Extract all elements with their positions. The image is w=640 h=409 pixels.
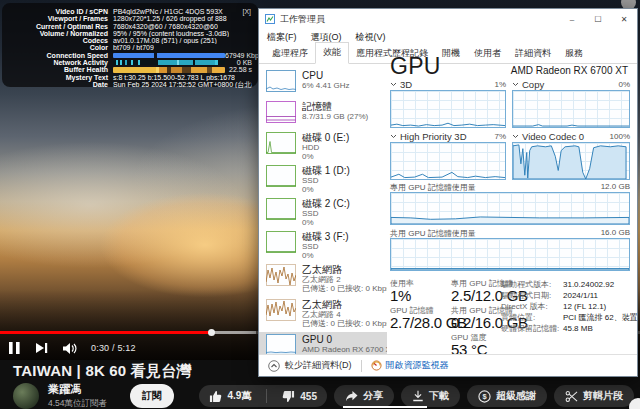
performance-sidebar: CPU6% 4.41 GHz 記憶體8.7/31.9 GB (27%) 磁碟 0… [259, 64, 387, 356]
scroll-button-partial[interactable] [629, 398, 640, 409]
fewer-details-label: 較少詳細資料(D) [285, 359, 352, 372]
sidebar-sub: 0% [302, 152, 349, 161]
disk-sparkline [266, 165, 296, 187]
graph-3d [390, 90, 506, 128]
sidebar-label: 記憶體 [302, 101, 368, 112]
video-title: TAIWAN | 8K 60 看見台灣 [13, 362, 192, 381]
graph-copy [512, 90, 630, 128]
svg-text:$: $ [482, 392, 487, 401]
sidebar-sub: 8.7/31.9 GB (27%) [302, 112, 368, 121]
tab-processes[interactable]: 處理程序 [265, 44, 315, 64]
network-activity-bar [113, 60, 225, 66]
gpu-sparkline [266, 334, 296, 356]
sidebar-sub: 已傳送: 0 已接收: 0 Kbps [302, 284, 387, 293]
progress-played [0, 331, 211, 334]
sidebar-item-gpu0[interactable]: GPU 0AMD Radeon RX 6700 XT1% (53 °C) [259, 332, 387, 356]
sidebar-item-cpu[interactable]: CPU6% 4.41 GHz [259, 68, 387, 97]
chevron-down-icon[interactable] [512, 82, 519, 87]
tab-bar: 處理程序 效能 應用程式歷程記錄 開機 使用者 詳細資料 服務 [259, 45, 637, 64]
graph-title: 3D [400, 79, 412, 90]
volume-icon[interactable] [62, 342, 77, 355]
sidebar-sub: SSD [302, 209, 350, 218]
next-button[interactable] [35, 342, 48, 354]
sidebar-item-ethernet2[interactable]: 乙太網路乙太網路 2已傳送: 0 已接收: 0 Kbps [259, 262, 387, 295]
share-icon [345, 390, 358, 402]
memory-sparkline [266, 101, 296, 123]
tab-details[interactable]: 詳細資料 [508, 44, 558, 64]
clip-label: 剪輯片段 [583, 389, 623, 403]
graph-value: 7% [494, 132, 506, 141]
clip-button[interactable]: 剪輯片段 [554, 385, 634, 407]
sidebar-item-disk2[interactable]: 磁碟 2 (C:)SSD0% [259, 196, 387, 227]
sidebar-label: GPU 0 [302, 334, 387, 345]
channel-name[interactable]: 業躍馮 [48, 382, 107, 397]
menu-file[interactable]: 檔案(F) [267, 31, 297, 44]
super-thanks-button[interactable]: $ 超級感謝 [467, 385, 547, 407]
share-button[interactable]: 分享 [334, 385, 394, 407]
sidebar-sub: 6% 4.41 GHz [302, 81, 350, 90]
channel-avatar[interactable] [13, 383, 39, 409]
stat-value: Sun Feb 25 2024 17:52:52 GMT+0800 (台北標準時… [113, 81, 252, 88]
sidebar-sub: 0% [302, 218, 350, 227]
sidebar-item-ethernet4[interactable]: 乙太網路乙太網路 4已傳送: 0 已接收: 0 Kbps [259, 297, 387, 330]
stat-value: s:8 t:30.25 b:15.500-52.783 L pbs:1678 [113, 74, 235, 81]
chevron-down-icon[interactable] [390, 82, 397, 87]
sidebar-item-disk1[interactable]: 磁碟 1 (D:)SSD0% [259, 163, 387, 194]
open-resource-monitor-link[interactable]: 開啟資源監視器 [371, 359, 449, 372]
progress-buffered [211, 331, 256, 334]
chevron-down-icon[interactable] [512, 134, 519, 139]
sidebar-sub: 已傳送: 0 已接收: 0 Kbps [302, 319, 387, 328]
time-display: 0:30 / 5:12 [91, 343, 136, 353]
like-button[interactable]: 4.9萬 [199, 385, 261, 407]
tab-performance[interactable]: 效能 [315, 42, 349, 64]
graph-title: High Priority 3D [400, 131, 467, 142]
maximize-button[interactable]: ☐ [585, 9, 611, 29]
open-resource-monitor-label: 開啟資源監視器 [386, 359, 449, 372]
menu-view[interactable]: 檢視(V) [356, 31, 386, 44]
sidebar-sub: SSD [302, 176, 350, 185]
stat-label: Date [6, 81, 108, 88]
subscribe-button[interactable]: 訂閱 [130, 384, 174, 408]
chevron-up-circle-icon [268, 360, 280, 372]
chevron-down-icon[interactable] [390, 134, 397, 139]
stat-label: Color [6, 44, 108, 51]
share-label: 分享 [363, 389, 383, 403]
sidebar-item-disk3[interactable]: 磁碟 3 (F:)SSD0% [259, 229, 387, 260]
dislike-button[interactable]: 455 [272, 385, 327, 407]
stat-value: 0 KB [237, 59, 252, 66]
task-manager-app-icon [265, 14, 275, 24]
sidebar-item-disk0[interactable]: 磁碟 0 (E:)HDD0% [259, 130, 387, 161]
sidebar-item-memory[interactable]: 記憶體8.7/31.9 GB (27%) [259, 99, 387, 128]
sidebar-sub: AMD Radeon RX 6700 XT [302, 345, 387, 354]
download-button[interactable]: 下載 [401, 385, 460, 407]
stats-close-button[interactable]: [X] [242, 8, 251, 15]
stat-value: PB4gId2wPNc / H1GC 4DQS 593X [113, 8, 223, 15]
stat-label: Current / Optimal Res [6, 23, 108, 30]
close-button[interactable]: ✕ [611, 9, 637, 29]
sidebar-sub: 0% [302, 185, 350, 194]
task-manager-window: 工作管理員 – ☐ ✕ 檔案(F) 選項(O) 檢視(V) 處理程序 效能 應用… [258, 8, 638, 377]
sidebar-label: 乙太網路 [302, 299, 387, 310]
tab-users[interactable]: 使用者 [467, 44, 508, 64]
graph-title: Video Codec 0 [522, 131, 584, 142]
minimize-button[interactable]: – [559, 9, 585, 29]
sidebar-label: 磁碟 1 (D:) [302, 165, 350, 176]
window-titlebar[interactable]: 工作管理員 – ☐ ✕ [259, 9, 637, 29]
sidebar-label: CPU [302, 70, 350, 81]
thumbs-up-icon [209, 390, 222, 403]
disk-sparkline [266, 132, 296, 154]
dollar-heart-icon: $ [478, 390, 491, 403]
stat-value: bt709 / bt709 [113, 44, 154, 51]
graph-high-priority-3d [390, 142, 506, 180]
pause-button[interactable] [8, 341, 21, 355]
graph-value: 1% [494, 80, 506, 89]
stat-label: Mystery Text [6, 74, 108, 81]
fewer-details-button[interactable]: 較少詳細資料(D) [268, 359, 352, 372]
resource-monitor-icon [371, 360, 382, 371]
tab-services[interactable]: 服務 [558, 44, 590, 64]
stat-value: 1280x720*1.25 / 626 dropped of 888 [113, 15, 227, 22]
graph-shared-memory [390, 238, 630, 271]
gpu-device-name: AMD Radeon RX 6700 XT [511, 65, 628, 76]
detail-driver-date: 驅動程式日期:2024/1/11 [501, 291, 598, 300]
detail-driver-version: 驅動程式版本:31.0.24002.92 [501, 280, 614, 289]
